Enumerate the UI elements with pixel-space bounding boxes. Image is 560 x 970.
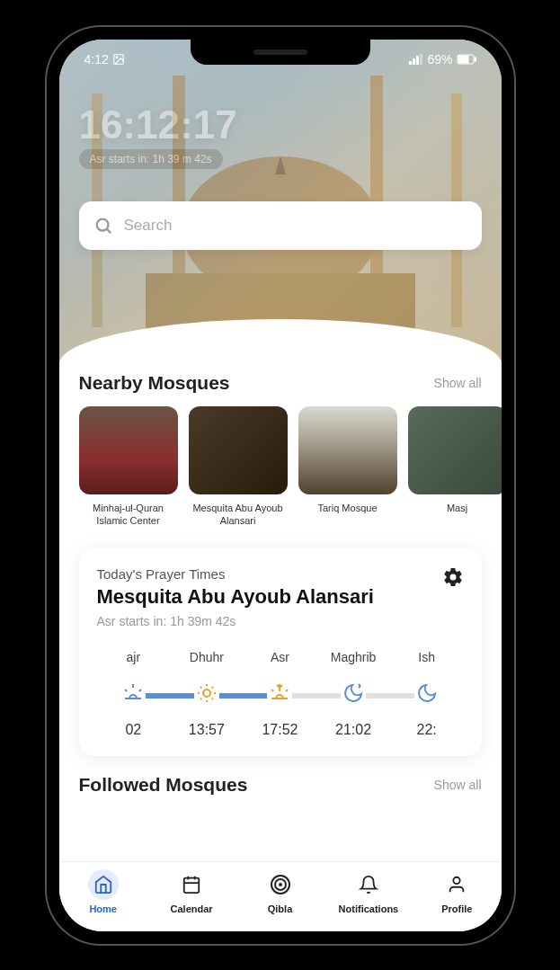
battery-percent: 69% bbox=[427, 52, 452, 67]
user-icon bbox=[447, 875, 467, 894]
mosque-thumb bbox=[189, 406, 288, 494]
prayer-maghrib: Maghrib 21:02 bbox=[316, 650, 390, 738]
mosque-thumb bbox=[408, 406, 502, 494]
svg-line-17 bbox=[106, 228, 111, 233]
sun-icon bbox=[194, 681, 219, 706]
mosque-name: Minhaj-ul-Quran Islamic Center bbox=[79, 502, 178, 528]
tab-bar: Home Calendar Qibla Notifications bbox=[59, 861, 502, 931]
battery-icon bbox=[457, 54, 476, 65]
search-input[interactable] bbox=[124, 217, 467, 235]
screen: 4:12 69% bbox=[59, 40, 502, 931]
prayer-label: Today's Prayer Times bbox=[97, 566, 374, 582]
search-icon bbox=[93, 216, 113, 236]
followed-show-all[interactable]: Show all bbox=[434, 778, 482, 792]
svg-rect-2 bbox=[409, 61, 412, 65]
mosque-card[interactable]: Mesquita Abu Ayoub Alansari bbox=[189, 406, 288, 528]
nearby-list[interactable]: Minhaj-ul-Quran Islamic Center Mesquita … bbox=[59, 406, 502, 528]
compass-icon bbox=[270, 874, 291, 895]
svg-point-26 bbox=[454, 877, 460, 884]
prayer-mosque-name: Mesquita Abu Ayoub Alansari bbox=[97, 585, 374, 609]
svg-point-1 bbox=[116, 57, 118, 58]
prayer-asr: Asr 17:52 bbox=[244, 650, 317, 738]
gear-icon[interactable] bbox=[442, 566, 464, 588]
moon-icon bbox=[414, 681, 440, 706]
nearby-show-all[interactable]: Show all bbox=[434, 376, 482, 390]
followed-title: Followed Mosques bbox=[79, 774, 248, 796]
svg-point-18 bbox=[203, 690, 210, 697]
tab-calendar[interactable]: Calendar bbox=[147, 869, 236, 914]
calendar-icon bbox=[182, 875, 201, 894]
tab-notifications[interactable]: Notifications bbox=[324, 869, 413, 914]
mosque-name: Mesquita Abu Ayoub Alansari bbox=[189, 502, 288, 528]
mosque-thumb bbox=[298, 406, 397, 494]
tab-home[interactable]: Home bbox=[59, 869, 147, 914]
prayer-times-row[interactable]: ajr 02 Dhuhr 13:57 bbox=[97, 650, 464, 738]
search-box[interactable] bbox=[79, 201, 482, 250]
prayer-countdown-sub: Asr starts in: 1h 39m 42s bbox=[97, 614, 374, 628]
mosque-card[interactable]: Masj bbox=[408, 406, 502, 528]
home-icon bbox=[93, 875, 113, 894]
bell-icon bbox=[359, 875, 378, 894]
content: Nearby Mosques Show all Minhaj-ul-Quran … bbox=[59, 372, 502, 796]
svg-rect-4 bbox=[416, 56, 419, 65]
tab-qibla[interactable]: Qibla bbox=[236, 869, 324, 914]
prayer-fajr: ajr 02 bbox=[97, 650, 171, 738]
tab-profile[interactable]: Profile bbox=[413, 869, 501, 914]
mosque-card[interactable]: Minhaj-ul-Quran Islamic Center bbox=[79, 406, 178, 528]
image-icon bbox=[112, 53, 125, 66]
svg-point-25 bbox=[280, 884, 281, 885]
svg-rect-15 bbox=[146, 273, 415, 363]
prayer-dhuhr: Dhuhr 13:57 bbox=[170, 650, 244, 738]
nearby-title: Nearby Mosques bbox=[79, 372, 230, 394]
hero: 16:12:17 Asr starts in: 1h 39 m 42s bbox=[59, 40, 502, 363]
status-time: 4:12 bbox=[84, 52, 109, 67]
prayer-card: Today's Prayer Times Mesquita Abu Ayoub … bbox=[79, 548, 482, 756]
notch bbox=[191, 40, 370, 65]
svg-rect-7 bbox=[458, 56, 468, 63]
moon-up-icon bbox=[341, 681, 366, 706]
svg-point-16 bbox=[96, 218, 108, 230]
prayer-isha: Ish 22: bbox=[390, 650, 464, 738]
svg-rect-3 bbox=[413, 58, 415, 65]
svg-rect-5 bbox=[420, 54, 422, 65]
phone-frame: 4:12 69% bbox=[47, 27, 514, 944]
mosque-thumb bbox=[79, 406, 178, 494]
svg-rect-19 bbox=[184, 878, 200, 894]
signal-icon bbox=[409, 54, 423, 65]
sunset-icon bbox=[267, 681, 292, 706]
mosque-name: Masj bbox=[408, 502, 502, 514]
svg-rect-8 bbox=[475, 58, 476, 61]
mosque-card[interactable]: Tariq Mosque bbox=[298, 406, 397, 528]
mosque-name: Tariq Mosque bbox=[298, 502, 397, 514]
sunrise-icon bbox=[120, 681, 146, 706]
